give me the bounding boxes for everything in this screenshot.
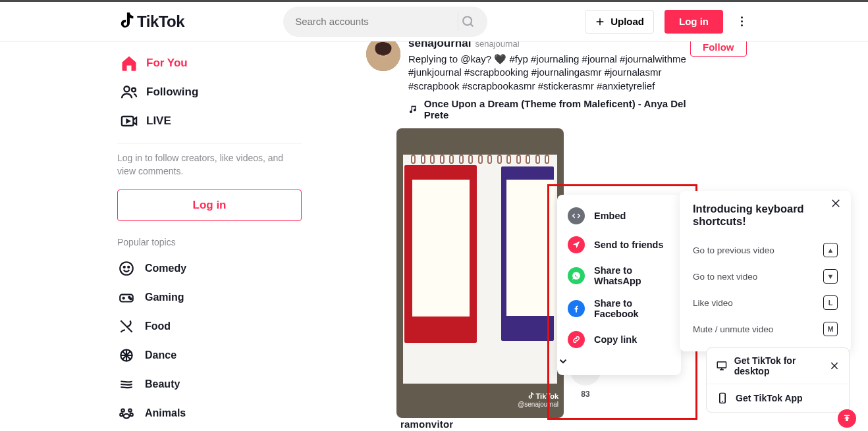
close-icon xyxy=(829,361,840,371)
topic-gaming[interactable]: Gaming xyxy=(117,283,302,312)
search-input[interactable] xyxy=(295,16,451,27)
facebook-icon xyxy=(568,300,585,317)
svg-point-5 xyxy=(132,88,136,92)
svg-rect-35 xyxy=(844,415,850,416)
get-app-panel: Get TikTok for desktop Get TikTok App xyxy=(706,347,850,413)
monitor-icon xyxy=(716,359,728,372)
more-menu-button[interactable] xyxy=(734,16,749,26)
whatsapp-icon xyxy=(568,267,585,284)
key-badge: ▼ xyxy=(823,269,838,284)
svg-rect-28 xyxy=(717,362,726,368)
sidebar-login-button[interactable]: Log in xyxy=(117,190,302,221)
topic-food[interactable]: Food xyxy=(117,312,302,341)
post-caption: Replying to @kay? 🖤 #fyp #journaling #jo… xyxy=(408,53,709,93)
nav-for-you[interactable]: For You xyxy=(117,49,302,78)
share-label: Embed xyxy=(594,211,626,221)
nav-live[interactable]: LIVE xyxy=(117,107,302,136)
nav-label: Following xyxy=(146,86,198,99)
topic-label: Beauty xyxy=(145,378,180,390)
close-button[interactable] xyxy=(829,361,840,371)
svg-point-14 xyxy=(130,298,131,299)
keyboard-shortcuts-panel: Introducing keyboard shortcuts! Go to pr… xyxy=(680,191,851,351)
food-icon xyxy=(117,318,136,335)
shortcut-row: Go to previous video ▲ xyxy=(693,237,838,263)
tiktok-logo-icon xyxy=(119,13,134,31)
home-icon xyxy=(120,54,138,72)
search-icon[interactable] xyxy=(461,14,475,29)
header-login-button[interactable]: Log in xyxy=(665,10,723,34)
shortcut-label: Go to next video xyxy=(693,272,757,282)
upload-label: Upload xyxy=(610,16,644,27)
nav-label: For You xyxy=(146,57,188,70)
comedy-icon xyxy=(117,260,136,277)
share-whatsapp[interactable]: Share to WhatsApp xyxy=(557,259,681,292)
dance-icon xyxy=(117,347,136,364)
shortcut-row: Go to next video ▼ xyxy=(693,263,838,290)
share-expand-button[interactable] xyxy=(557,354,681,368)
tiktok-watermark-icon xyxy=(528,392,534,400)
share-count: 83 xyxy=(581,390,589,399)
get-app-label: Get TikTok App xyxy=(736,393,803,403)
key-badge: M xyxy=(823,322,838,336)
svg-point-9 xyxy=(128,266,129,268)
topic-label: Gaming xyxy=(145,292,184,303)
close-button[interactable] xyxy=(830,197,842,209)
embed-icon xyxy=(568,207,585,224)
music-row[interactable]: Once Upon a Dream (Theme from Maleficent… xyxy=(408,98,709,120)
svg-point-7 xyxy=(120,262,133,275)
scroll-to-top-button[interactable] xyxy=(838,409,856,428)
search-divider xyxy=(458,13,458,31)
shortcut-row: Like video L xyxy=(693,290,838,316)
popular-topics-header: Popular topics xyxy=(117,237,302,247)
people-icon xyxy=(120,83,138,101)
get-app-row[interactable]: Get TikTok App xyxy=(707,384,849,412)
share-facebook[interactable]: Share to Facebook xyxy=(557,292,681,325)
share-embed[interactable]: Embed xyxy=(557,201,681,230)
svg-point-4 xyxy=(124,86,129,91)
nav-label: LIVE xyxy=(146,114,171,128)
share-copy-link[interactable]: Copy link xyxy=(557,325,681,354)
svg-line-1 xyxy=(470,24,473,26)
next-post-author[interactable]: ramonvitor xyxy=(400,418,453,430)
topic-animals[interactable]: Animals xyxy=(117,399,302,428)
logo[interactable]: TikTok xyxy=(119,13,184,31)
upload-button[interactable]: Upload xyxy=(585,10,654,34)
svg-point-8 xyxy=(124,266,125,268)
svg-point-18 xyxy=(120,413,122,416)
video-watermark: TikTok @senajournal xyxy=(518,392,558,409)
topic-label: Dance xyxy=(145,349,176,361)
key-badge: ▲ xyxy=(823,243,838,257)
animals-icon xyxy=(117,405,136,422)
close-icon xyxy=(830,197,842,209)
beauty-icon xyxy=(117,376,136,393)
shortcut-label: Mute / unmute video xyxy=(693,324,773,334)
panel-title: Introducing keyboard shortcuts! xyxy=(693,203,838,228)
left-sidebar: For You Following LIVE Log in to follow … xyxy=(117,39,302,431)
search-box[interactable] xyxy=(283,7,487,37)
arrow-up-icon xyxy=(842,414,852,423)
music-title: Once Upon a Dream (Theme from Maleficent… xyxy=(424,98,709,120)
plus-icon xyxy=(595,16,605,27)
get-desktop-row[interactable]: Get TikTok for desktop xyxy=(707,348,849,384)
topic-comedy[interactable]: Comedy xyxy=(117,254,302,283)
nav-following[interactable]: Following xyxy=(117,78,302,107)
link-icon xyxy=(568,331,585,348)
topic-beauty[interactable]: Beauty xyxy=(117,370,302,399)
share-send-friends[interactable]: Send to friends xyxy=(557,230,681,259)
logo-text: TikTok xyxy=(137,13,184,31)
topic-dance[interactable]: Dance xyxy=(117,341,302,370)
svg-point-19 xyxy=(130,413,132,416)
video-player[interactable]: TikTok @senajournal xyxy=(396,128,564,418)
share-label: Share to Facebook xyxy=(594,298,670,319)
svg-point-20 xyxy=(124,414,130,418)
shortcut-label: Like video xyxy=(693,298,733,308)
share-label: Copy link xyxy=(594,334,637,345)
share-label: Share to WhatsApp xyxy=(594,265,670,286)
svg-point-16 xyxy=(121,409,124,412)
svg-point-0 xyxy=(463,16,472,25)
topic-sports[interactable]: Sports xyxy=(117,428,302,431)
get-desktop-label: Get TikTok for desktop xyxy=(734,355,823,376)
video-frame xyxy=(396,128,564,418)
author-avatar[interactable] xyxy=(366,37,400,71)
music-note-icon xyxy=(408,104,419,114)
